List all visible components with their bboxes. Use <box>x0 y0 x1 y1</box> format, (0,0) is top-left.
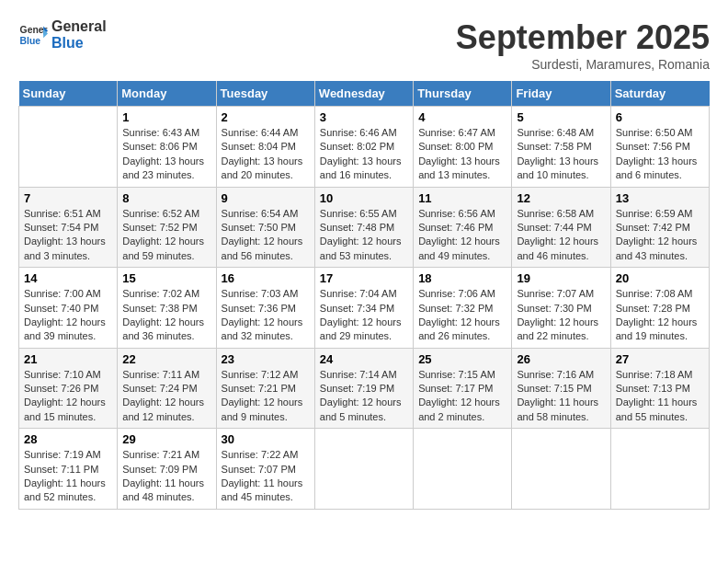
day-number: 15 <box>122 271 210 285</box>
col-thursday: Thursday <box>414 81 512 107</box>
day-number: 8 <box>122 191 210 205</box>
col-tuesday: Tuesday <box>216 81 314 107</box>
day-info: Sunrise: 7:04 AM Sunset: 7:34 PM Dayligh… <box>320 287 408 344</box>
logo-general: General <box>51 18 107 35</box>
calendar-cell: 2 Sunrise: 6:44 AM Sunset: 8:04 PM Dayli… <box>216 107 314 188</box>
day-info: Sunrise: 6:46 AM Sunset: 8:02 PM Dayligh… <box>320 126 408 183</box>
day-info: Sunrise: 6:48 AM Sunset: 7:58 PM Dayligh… <box>517 126 605 183</box>
day-number: 30 <box>222 432 310 446</box>
col-saturday: Saturday <box>610 81 709 107</box>
calendar-week-1: 1 Sunrise: 6:43 AM Sunset: 8:06 PM Dayli… <box>19 107 710 188</box>
logo-blue: Blue <box>51 35 107 52</box>
day-info: Sunrise: 6:59 AM Sunset: 7:42 PM Dayligh… <box>616 207 704 264</box>
day-number: 22 <box>122 352 210 366</box>
day-number: 12 <box>517 191 605 205</box>
calendar-cell: 20 Sunrise: 7:08 AM Sunset: 7:28 PM Dayl… <box>610 268 709 349</box>
day-info: Sunrise: 7:19 AM Sunset: 7:11 PM Dayligh… <box>24 448 112 505</box>
day-info: Sunrise: 6:56 AM Sunset: 7:46 PM Dayligh… <box>418 207 506 264</box>
day-info: Sunrise: 7:07 AM Sunset: 7:30 PM Dayligh… <box>517 287 605 344</box>
day-number: 21 <box>24 352 112 366</box>
calendar-cell: 17 Sunrise: 7:04 AM Sunset: 7:34 PM Dayl… <box>314 268 413 349</box>
calendar-cell: 18 Sunrise: 7:06 AM Sunset: 7:32 PM Dayl… <box>414 268 512 349</box>
day-number: 4 <box>418 110 506 124</box>
calendar-cell: 19 Sunrise: 7:07 AM Sunset: 7:30 PM Dayl… <box>512 268 610 349</box>
day-number: 5 <box>517 110 605 124</box>
calendar-cell: 5 Sunrise: 6:48 AM Sunset: 7:58 PM Dayli… <box>512 107 610 188</box>
calendar-week-2: 7 Sunrise: 6:51 AM Sunset: 7:54 PM Dayli… <box>19 187 710 268</box>
calendar-cell: 27 Sunrise: 7:18 AM Sunset: 7:13 PM Dayl… <box>610 348 709 429</box>
calendar-cell: 11 Sunrise: 6:56 AM Sunset: 7:46 PM Dayl… <box>414 187 512 268</box>
calendar-cell: 10 Sunrise: 6:55 AM Sunset: 7:48 PM Dayl… <box>314 187 413 268</box>
logo: General Blue General Blue <box>18 18 107 52</box>
day-number: 6 <box>616 110 704 124</box>
calendar-cell: 12 Sunrise: 6:58 AM Sunset: 7:44 PM Dayl… <box>512 187 610 268</box>
day-number: 9 <box>222 191 310 205</box>
day-info: Sunrise: 6:47 AM Sunset: 8:00 PM Dayligh… <box>418 126 506 183</box>
day-number: 27 <box>616 352 704 366</box>
calendar-cell <box>19 107 118 188</box>
page-header: General Blue General Blue September 2025… <box>18 18 710 72</box>
day-info: Sunrise: 7:14 AM Sunset: 7:19 PM Dayligh… <box>320 368 408 425</box>
calendar-cell <box>512 429 610 510</box>
day-number: 23 <box>222 352 310 366</box>
day-info: Sunrise: 6:51 AM Sunset: 7:54 PM Dayligh… <box>24 207 112 264</box>
calendar-cell: 23 Sunrise: 7:12 AM Sunset: 7:21 PM Dayl… <box>216 348 314 429</box>
calendar-cell: 24 Sunrise: 7:14 AM Sunset: 7:19 PM Dayl… <box>314 348 413 429</box>
day-number: 16 <box>222 271 310 285</box>
calendar-cell: 16 Sunrise: 7:03 AM Sunset: 7:36 PM Dayl… <box>216 268 314 349</box>
day-info: Sunrise: 6:50 AM Sunset: 7:56 PM Dayligh… <box>616 126 704 183</box>
day-info: Sunrise: 7:08 AM Sunset: 7:28 PM Dayligh… <box>616 287 704 344</box>
calendar-cell: 13 Sunrise: 6:59 AM Sunset: 7:42 PM Dayl… <box>610 187 709 268</box>
day-info: Sunrise: 7:16 AM Sunset: 7:15 PM Dayligh… <box>517 368 605 425</box>
day-info: Sunrise: 7:00 AM Sunset: 7:40 PM Dayligh… <box>24 287 112 344</box>
day-info: Sunrise: 6:58 AM Sunset: 7:44 PM Dayligh… <box>517 207 605 264</box>
day-info: Sunrise: 7:02 AM Sunset: 7:38 PM Dayligh… <box>122 287 210 344</box>
day-info: Sunrise: 7:21 AM Sunset: 7:09 PM Dayligh… <box>122 448 210 505</box>
calendar-cell: 25 Sunrise: 7:15 AM Sunset: 7:17 PM Dayl… <box>414 348 512 429</box>
calendar-cell: 28 Sunrise: 7:19 AM Sunset: 7:11 PM Dayl… <box>19 429 118 510</box>
calendar-cell: 6 Sunrise: 6:50 AM Sunset: 7:56 PM Dayli… <box>610 107 709 188</box>
calendar-cell: 7 Sunrise: 6:51 AM Sunset: 7:54 PM Dayli… <box>19 187 118 268</box>
day-number: 2 <box>222 110 310 124</box>
day-number: 10 <box>320 191 408 205</box>
calendar-cell <box>414 429 512 510</box>
day-info: Sunrise: 6:43 AM Sunset: 8:06 PM Dayligh… <box>122 126 210 183</box>
calendar-cell: 8 Sunrise: 6:52 AM Sunset: 7:52 PM Dayli… <box>118 187 216 268</box>
day-number: 19 <box>517 271 605 285</box>
day-number: 11 <box>418 191 506 205</box>
day-number: 29 <box>122 432 210 446</box>
day-number: 28 <box>24 432 112 446</box>
day-info: Sunrise: 6:52 AM Sunset: 7:52 PM Dayligh… <box>122 207 210 264</box>
col-sunday: Sunday <box>19 81 118 107</box>
month-title: September 2025 <box>456 18 710 57</box>
calendar-cell: 4 Sunrise: 6:47 AM Sunset: 8:00 PM Dayli… <box>414 107 512 188</box>
calendar-cell: 29 Sunrise: 7:21 AM Sunset: 7:09 PM Dayl… <box>118 429 216 510</box>
day-info: Sunrise: 7:15 AM Sunset: 7:17 PM Dayligh… <box>418 368 506 425</box>
day-number: 17 <box>320 271 408 285</box>
calendar-cell: 15 Sunrise: 7:02 AM Sunset: 7:38 PM Dayl… <box>118 268 216 349</box>
calendar-week-4: 21 Sunrise: 7:10 AM Sunset: 7:26 PM Dayl… <box>19 348 710 429</box>
calendar-cell: 9 Sunrise: 6:54 AM Sunset: 7:50 PM Dayli… <box>216 187 314 268</box>
day-number: 1 <box>122 110 210 124</box>
day-number: 26 <box>517 352 605 366</box>
calendar-cell: 26 Sunrise: 7:16 AM Sunset: 7:15 PM Dayl… <box>512 348 610 429</box>
day-number: 14 <box>24 271 112 285</box>
svg-text:Blue: Blue <box>20 36 41 46</box>
day-number: 20 <box>616 271 704 285</box>
day-info: Sunrise: 7:10 AM Sunset: 7:26 PM Dayligh… <box>24 368 112 425</box>
calendar-cell <box>610 429 709 510</box>
day-info: Sunrise: 7:12 AM Sunset: 7:21 PM Dayligh… <box>222 368 310 425</box>
day-number: 13 <box>616 191 704 205</box>
day-info: Sunrise: 7:22 AM Sunset: 7:07 PM Dayligh… <box>222 448 310 505</box>
col-monday: Monday <box>118 81 216 107</box>
header-row: Sunday Monday Tuesday Wednesday Thursday… <box>19 81 710 107</box>
day-info: Sunrise: 6:44 AM Sunset: 8:04 PM Dayligh… <box>222 126 310 183</box>
calendar-table: Sunday Monday Tuesday Wednesday Thursday… <box>18 81 710 510</box>
calendar-cell: 3 Sunrise: 6:46 AM Sunset: 8:02 PM Dayli… <box>314 107 413 188</box>
day-info: Sunrise: 6:55 AM Sunset: 7:48 PM Dayligh… <box>320 207 408 264</box>
day-number: 24 <box>320 352 408 366</box>
calendar-week-3: 14 Sunrise: 7:00 AM Sunset: 7:40 PM Dayl… <box>19 268 710 349</box>
day-number: 7 <box>24 191 112 205</box>
day-info: Sunrise: 7:11 AM Sunset: 7:24 PM Dayligh… <box>122 368 210 425</box>
calendar-week-5: 28 Sunrise: 7:19 AM Sunset: 7:11 PM Dayl… <box>19 429 710 510</box>
